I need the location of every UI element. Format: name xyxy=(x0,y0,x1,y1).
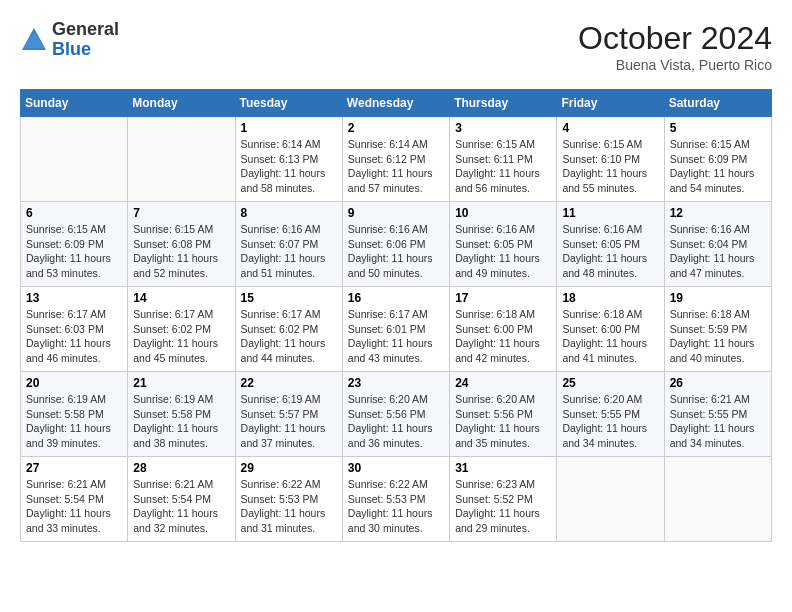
week-row-1: 1Sunrise: 6:14 AM Sunset: 6:13 PM Daylig… xyxy=(21,117,772,202)
day-number: 15 xyxy=(241,291,337,305)
day-number: 8 xyxy=(241,206,337,220)
calendar-cell: 23Sunrise: 6:20 AM Sunset: 5:56 PM Dayli… xyxy=(342,372,449,457)
day-number: 29 xyxy=(241,461,337,475)
calendar-cell: 9Sunrise: 6:16 AM Sunset: 6:06 PM Daylig… xyxy=(342,202,449,287)
cell-content: Sunrise: 6:16 AM Sunset: 6:07 PM Dayligh… xyxy=(241,222,337,281)
calendar-header: SundayMondayTuesdayWednesdayThursdayFrid… xyxy=(21,90,772,117)
calendar-cell: 27Sunrise: 6:21 AM Sunset: 5:54 PM Dayli… xyxy=(21,457,128,542)
logo: General Blue xyxy=(20,20,119,60)
calendar-cell: 20Sunrise: 6:19 AM Sunset: 5:58 PM Dayli… xyxy=(21,372,128,457)
calendar-cell: 7Sunrise: 6:15 AM Sunset: 6:08 PM Daylig… xyxy=(128,202,235,287)
month-title: October 2024 xyxy=(578,20,772,57)
cell-content: Sunrise: 6:19 AM Sunset: 5:58 PM Dayligh… xyxy=(26,392,122,451)
calendar-cell: 3Sunrise: 6:15 AM Sunset: 6:11 PM Daylig… xyxy=(450,117,557,202)
calendar-body: 1Sunrise: 6:14 AM Sunset: 6:13 PM Daylig… xyxy=(21,117,772,542)
day-number: 9 xyxy=(348,206,444,220)
day-number: 26 xyxy=(670,376,766,390)
cell-content: Sunrise: 6:17 AM Sunset: 6:02 PM Dayligh… xyxy=(241,307,337,366)
weekday-header-saturday: Saturday xyxy=(664,90,771,117)
day-number: 6 xyxy=(26,206,122,220)
weekday-header-monday: Monday xyxy=(128,90,235,117)
calendar-cell: 30Sunrise: 6:22 AM Sunset: 5:53 PM Dayli… xyxy=(342,457,449,542)
cell-content: Sunrise: 6:21 AM Sunset: 5:54 PM Dayligh… xyxy=(26,477,122,536)
weekday-row: SundayMondayTuesdayWednesdayThursdayFrid… xyxy=(21,90,772,117)
day-number: 25 xyxy=(562,376,658,390)
calendar-table: SundayMondayTuesdayWednesdayThursdayFrid… xyxy=(20,89,772,542)
calendar-cell: 31Sunrise: 6:23 AM Sunset: 5:52 PM Dayli… xyxy=(450,457,557,542)
calendar-cell: 19Sunrise: 6:18 AM Sunset: 5:59 PM Dayli… xyxy=(664,287,771,372)
day-number: 30 xyxy=(348,461,444,475)
day-number: 21 xyxy=(133,376,229,390)
cell-content: Sunrise: 6:16 AM Sunset: 6:04 PM Dayligh… xyxy=(670,222,766,281)
day-number: 17 xyxy=(455,291,551,305)
logo-blue: Blue xyxy=(52,40,119,60)
logo-text: General Blue xyxy=(52,20,119,60)
calendar-cell: 15Sunrise: 6:17 AM Sunset: 6:02 PM Dayli… xyxy=(235,287,342,372)
cell-content: Sunrise: 6:23 AM Sunset: 5:52 PM Dayligh… xyxy=(455,477,551,536)
cell-content: Sunrise: 6:15 AM Sunset: 6:11 PM Dayligh… xyxy=(455,137,551,196)
weekday-header-wednesday: Wednesday xyxy=(342,90,449,117)
cell-content: Sunrise: 6:15 AM Sunset: 6:09 PM Dayligh… xyxy=(26,222,122,281)
day-number: 13 xyxy=(26,291,122,305)
day-number: 31 xyxy=(455,461,551,475)
day-number: 28 xyxy=(133,461,229,475)
calendar-cell: 12Sunrise: 6:16 AM Sunset: 6:04 PM Dayli… xyxy=(664,202,771,287)
week-row-2: 6Sunrise: 6:15 AM Sunset: 6:09 PM Daylig… xyxy=(21,202,772,287)
cell-content: Sunrise: 6:16 AM Sunset: 6:06 PM Dayligh… xyxy=(348,222,444,281)
calendar-cell: 16Sunrise: 6:17 AM Sunset: 6:01 PM Dayli… xyxy=(342,287,449,372)
week-row-4: 20Sunrise: 6:19 AM Sunset: 5:58 PM Dayli… xyxy=(21,372,772,457)
day-number: 14 xyxy=(133,291,229,305)
cell-content: Sunrise: 6:19 AM Sunset: 5:57 PM Dayligh… xyxy=(241,392,337,451)
cell-content: Sunrise: 6:21 AM Sunset: 5:54 PM Dayligh… xyxy=(133,477,229,536)
day-number: 12 xyxy=(670,206,766,220)
cell-content: Sunrise: 6:17 AM Sunset: 6:03 PM Dayligh… xyxy=(26,307,122,366)
logo-general: General xyxy=(52,20,119,40)
cell-content: Sunrise: 6:15 AM Sunset: 6:09 PM Dayligh… xyxy=(670,137,766,196)
week-row-5: 27Sunrise: 6:21 AM Sunset: 5:54 PM Dayli… xyxy=(21,457,772,542)
day-number: 19 xyxy=(670,291,766,305)
cell-content: Sunrise: 6:22 AM Sunset: 5:53 PM Dayligh… xyxy=(241,477,337,536)
day-number: 4 xyxy=(562,121,658,135)
cell-content: Sunrise: 6:20 AM Sunset: 5:56 PM Dayligh… xyxy=(348,392,444,451)
title-block: October 2024 Buena Vista, Puerto Rico xyxy=(578,20,772,73)
cell-content: Sunrise: 6:20 AM Sunset: 5:56 PM Dayligh… xyxy=(455,392,551,451)
calendar-cell: 17Sunrise: 6:18 AM Sunset: 6:00 PM Dayli… xyxy=(450,287,557,372)
calendar-cell: 6Sunrise: 6:15 AM Sunset: 6:09 PM Daylig… xyxy=(21,202,128,287)
calendar-cell: 4Sunrise: 6:15 AM Sunset: 6:10 PM Daylig… xyxy=(557,117,664,202)
calendar-cell: 21Sunrise: 6:19 AM Sunset: 5:58 PM Dayli… xyxy=(128,372,235,457)
cell-content: Sunrise: 6:15 AM Sunset: 6:10 PM Dayligh… xyxy=(562,137,658,196)
calendar-cell xyxy=(128,117,235,202)
cell-content: Sunrise: 6:21 AM Sunset: 5:55 PM Dayligh… xyxy=(670,392,766,451)
cell-content: Sunrise: 6:16 AM Sunset: 6:05 PM Dayligh… xyxy=(562,222,658,281)
day-number: 11 xyxy=(562,206,658,220)
day-number: 27 xyxy=(26,461,122,475)
logo-icon xyxy=(20,26,48,54)
cell-content: Sunrise: 6:14 AM Sunset: 6:13 PM Dayligh… xyxy=(241,137,337,196)
cell-content: Sunrise: 6:14 AM Sunset: 6:12 PM Dayligh… xyxy=(348,137,444,196)
weekday-header-friday: Friday xyxy=(557,90,664,117)
day-number: 22 xyxy=(241,376,337,390)
svg-marker-1 xyxy=(24,32,44,48)
cell-content: Sunrise: 6:20 AM Sunset: 5:55 PM Dayligh… xyxy=(562,392,658,451)
calendar-cell: 26Sunrise: 6:21 AM Sunset: 5:55 PM Dayli… xyxy=(664,372,771,457)
day-number: 7 xyxy=(133,206,229,220)
week-row-3: 13Sunrise: 6:17 AM Sunset: 6:03 PM Dayli… xyxy=(21,287,772,372)
calendar-cell: 29Sunrise: 6:22 AM Sunset: 5:53 PM Dayli… xyxy=(235,457,342,542)
calendar-cell: 28Sunrise: 6:21 AM Sunset: 5:54 PM Dayli… xyxy=(128,457,235,542)
calendar-cell: 2Sunrise: 6:14 AM Sunset: 6:12 PM Daylig… xyxy=(342,117,449,202)
day-number: 10 xyxy=(455,206,551,220)
location: Buena Vista, Puerto Rico xyxy=(578,57,772,73)
cell-content: Sunrise: 6:15 AM Sunset: 6:08 PM Dayligh… xyxy=(133,222,229,281)
day-number: 1 xyxy=(241,121,337,135)
calendar-cell: 14Sunrise: 6:17 AM Sunset: 6:02 PM Dayli… xyxy=(128,287,235,372)
weekday-header-thursday: Thursday xyxy=(450,90,557,117)
day-number: 16 xyxy=(348,291,444,305)
calendar-cell: 5Sunrise: 6:15 AM Sunset: 6:09 PM Daylig… xyxy=(664,117,771,202)
cell-content: Sunrise: 6:19 AM Sunset: 5:58 PM Dayligh… xyxy=(133,392,229,451)
day-number: 24 xyxy=(455,376,551,390)
calendar-cell xyxy=(664,457,771,542)
day-number: 18 xyxy=(562,291,658,305)
calendar-cell: 8Sunrise: 6:16 AM Sunset: 6:07 PM Daylig… xyxy=(235,202,342,287)
calendar-cell: 25Sunrise: 6:20 AM Sunset: 5:55 PM Dayli… xyxy=(557,372,664,457)
calendar-cell xyxy=(557,457,664,542)
